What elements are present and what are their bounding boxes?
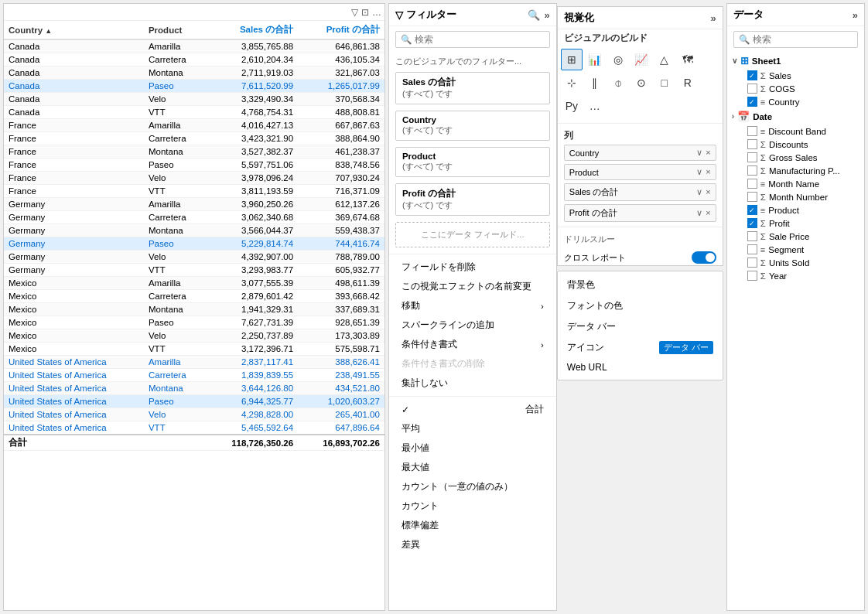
filter-add-area[interactable]: ここにデータ フィールド... bbox=[395, 222, 550, 247]
data-item-country[interactable]: ✓ ≡ Country bbox=[743, 95, 864, 108]
viz-field-profit[interactable]: Profit の合計 ∨ × bbox=[564, 204, 716, 222]
chevron-icon[interactable]: ∨ bbox=[696, 208, 702, 218]
table-row[interactable]: United States of AmericaCarretera1,839,8… bbox=[4, 369, 384, 382]
data-group-sheet1[interactable]: ∨ ⊞ Sheet1 bbox=[727, 53, 864, 69]
table-row[interactable]: GermanyVelo4,392,907.00788,789.00 bbox=[4, 251, 384, 264]
table-scroll[interactable]: Country ▲ Product Sales の合計 Profit の合計 C… bbox=[4, 21, 384, 610]
data-group-date[interactable]: › 📅 Date bbox=[727, 108, 864, 125]
chevron-icon[interactable]: ∨ bbox=[696, 187, 702, 197]
table-row[interactable]: United States of AmericaVTT5,465,592.646… bbox=[4, 421, 384, 435]
filter-search-input[interactable] bbox=[415, 35, 545, 44]
col-profit[interactable]: Profit の合計 bbox=[298, 21, 384, 39]
segment-checkbox[interactable] bbox=[747, 244, 757, 254]
more-icon[interactable]: … bbox=[372, 7, 381, 18]
chevron-icon[interactable]: ∨ bbox=[696, 148, 702, 158]
table-row[interactable]: United States of AmericaVelo4,298,828.00… bbox=[4, 408, 384, 421]
data-item-profit[interactable]: ✓ Σ Profit bbox=[743, 217, 864, 230]
sale-price-checkbox[interactable] bbox=[747, 231, 757, 241]
menu-rename[interactable]: この視覚エフェクトの名前変更 bbox=[395, 277, 550, 296]
month-name-checkbox[interactable] bbox=[747, 179, 757, 189]
menu-total[interactable]: 合計 bbox=[395, 400, 550, 419]
table-row[interactable]: FranceAmarilla4,016,427.13667,867.63 bbox=[4, 119, 384, 132]
viz-r-btn[interactable]: R bbox=[677, 72, 699, 94]
data-item-sales[interactable]: ✓ Σ Sales bbox=[743, 69, 864, 82]
filter-card-country[interactable]: Country (すべて) です bbox=[395, 111, 550, 141]
viz-field-country[interactable]: Country ∨ × bbox=[564, 145, 716, 161]
table-row[interactable]: MexicoCarretera2,879,601.42393,668.42 bbox=[4, 290, 384, 303]
table-row[interactable]: United States of AmericaPaseo6,944,325.7… bbox=[4, 395, 384, 408]
table-row[interactable]: MexicoVTT3,172,396.71575,598.71 bbox=[4, 343, 384, 356]
table-row[interactable]: CanadaAmarilla3,855,765.88646,861.38 bbox=[4, 39, 384, 53]
table-row[interactable]: CanadaVelo3,329,490.34370,568.34 bbox=[4, 93, 384, 106]
filter-card-product[interactable]: Product (すべて) です bbox=[395, 147, 550, 177]
menu-sparkline[interactable]: スパークラインの追加 bbox=[395, 316, 550, 335]
table-row[interactable]: GermanyVTT3,293,983.77605,932.77 bbox=[4, 264, 384, 277]
table-row[interactable]: FrancePaseo5,597,751.06838,748.56 bbox=[4, 159, 384, 172]
close-icon[interactable]: × bbox=[706, 167, 710, 177]
close-icon[interactable]: × bbox=[706, 187, 710, 197]
filter-card-sales[interactable]: Sales の合計 (すべて) です bbox=[395, 72, 550, 104]
data-more-icon[interactable]: » bbox=[853, 9, 858, 21]
table-row[interactable]: GermanyMontana3,566,044.37559,438.37 bbox=[4, 224, 384, 237]
submenu-background-color[interactable]: 背景色 bbox=[558, 275, 723, 295]
viz-area-btn[interactable]: △ bbox=[654, 49, 675, 70]
table-row[interactable]: FranceMontana3,527,382.37461,238.37 bbox=[4, 145, 384, 159]
menu-variance[interactable]: 差異 bbox=[395, 535, 550, 554]
cogs-checkbox[interactable] bbox=[747, 84, 757, 94]
viz-donut-btn[interactable]: ◎ bbox=[607, 49, 629, 70]
table-row[interactable]: FranceCarretera3,423,321.90388,864.90 bbox=[4, 132, 384, 145]
menu-remove-conditional[interactable]: 条件付き書式の削除 bbox=[395, 354, 550, 374]
viz-more-icon[interactable]: » bbox=[711, 12, 716, 24]
data-item-year[interactable]: Σ Year bbox=[743, 269, 864, 282]
filters-more-icon[interactable]: » bbox=[545, 9, 550, 21]
table-row[interactable]: CanadaPaseo7,611,520.991,265,017.99 bbox=[4, 80, 384, 93]
data-item-gross-sales[interactable]: Σ Gross Sales bbox=[743, 151, 864, 164]
viz-scatter-btn[interactable]: ⊹ bbox=[561, 72, 583, 94]
table-row[interactable]: MexicoMontana1,941,329.31337,689.31 bbox=[4, 303, 384, 316]
table-row[interactable]: MexicoVelo2,250,737.89173,303.89 bbox=[4, 329, 384, 343]
viz-map-btn[interactable]: 🗺 bbox=[677, 49, 699, 70]
data-item-discount-band[interactable]: ≡ Discount Band bbox=[743, 125, 864, 138]
table-row[interactable]: FranceVelo3,978,096.24707,930.24 bbox=[4, 172, 384, 185]
viz-field-product[interactable]: Product ∨ × bbox=[564, 164, 716, 180]
viz-more-viz-btn[interactable]: … bbox=[584, 95, 606, 117]
table-row[interactable]: GermanyPaseo5,229,814.74744,416.74 bbox=[4, 237, 384, 251]
menu-count-distinct[interactable]: カウント（一意の値のみ） bbox=[395, 477, 550, 496]
sales-checkbox[interactable]: ✓ bbox=[747, 70, 757, 80]
col-sales[interactable]: Sales の合計 bbox=[205, 21, 298, 39]
expand-icon[interactable]: ⊡ bbox=[361, 7, 369, 18]
data-item-month-name[interactable]: ≡ Month Name bbox=[743, 177, 864, 190]
data-item-sale-price[interactable]: Σ Sale Price bbox=[743, 230, 864, 243]
viz-field-sales[interactable]: Sales の合計 ∨ × bbox=[564, 183, 716, 201]
submenu-web-url[interactable]: Web URL bbox=[558, 358, 723, 377]
discounts-checkbox[interactable] bbox=[747, 139, 757, 149]
viz-table-btn[interactable]: ⊞ bbox=[561, 49, 583, 70]
menu-max[interactable]: 最大値 bbox=[395, 458, 550, 477]
data-item-product[interactable]: ✓ ≡ Product bbox=[743, 203, 864, 217]
col-country[interactable]: Country ▲ bbox=[4, 21, 144, 39]
col-product[interactable]: Product bbox=[144, 21, 205, 39]
menu-average[interactable]: 平均 bbox=[395, 419, 550, 438]
viz-gauge-btn[interactable]: ⊙ bbox=[630, 72, 652, 94]
cross-report-toggle[interactable] bbox=[692, 251, 716, 264]
menu-stddev[interactable]: 標準偏差 bbox=[395, 516, 550, 535]
table-row[interactable]: United States of AmericaMontana3,644,126… bbox=[4, 382, 384, 395]
data-item-units-sold[interactable]: Σ Units Sold bbox=[743, 256, 864, 269]
units-sold-checkbox[interactable] bbox=[747, 258, 757, 268]
discount-band-checkbox[interactable] bbox=[747, 126, 757, 136]
menu-min[interactable]: 最小値 bbox=[395, 438, 550, 458]
close-icon[interactable]: × bbox=[706, 148, 710, 158]
chevron-icon[interactable]: ∨ bbox=[696, 167, 702, 177]
table-row[interactable]: FranceVTT3,811,193.59716,371.09 bbox=[4, 185, 384, 198]
data-item-manufacturing[interactable]: Σ Manufacturing P... bbox=[743, 164, 864, 177]
viz-line-btn[interactable]: 📈 bbox=[630, 49, 652, 70]
menu-no-aggregate[interactable]: 集計しない bbox=[395, 374, 550, 393]
filter-card-profit[interactable]: Profit の合計 (すべて) です bbox=[395, 183, 550, 216]
table-row[interactable]: MexicoAmarilla3,077,555.39498,611.39 bbox=[4, 277, 384, 290]
viz-funnel-btn[interactable]: ⌽ bbox=[607, 72, 629, 94]
filter-search-box[interactable]: 🔍 bbox=[395, 31, 550, 48]
manufacturing-checkbox[interactable] bbox=[747, 165, 757, 176]
submenu-data-bar[interactable]: データ バー bbox=[558, 316, 723, 337]
data-item-month-number[interactable]: Σ Month Number bbox=[743, 190, 864, 203]
data-item-discounts[interactable]: Σ Discounts bbox=[743, 138, 864, 151]
